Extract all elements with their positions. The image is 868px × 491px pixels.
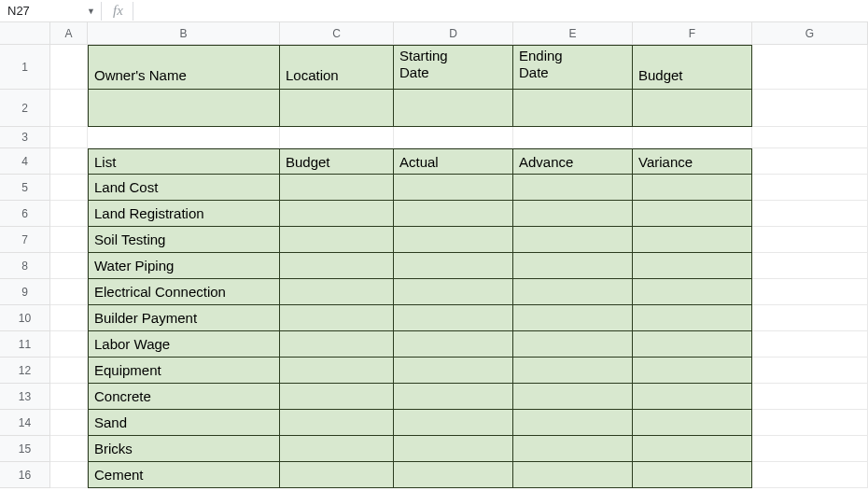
data-cell[interactable] bbox=[513, 410, 633, 436]
cell[interactable] bbox=[633, 127, 752, 148]
row-header[interactable]: 8 bbox=[0, 253, 50, 279]
data-cell[interactable] bbox=[633, 384, 752, 410]
cell[interactable] bbox=[752, 462, 868, 488]
cell[interactable] bbox=[752, 227, 868, 253]
data-cell[interactable] bbox=[394, 436, 513, 462]
cell[interactable] bbox=[50, 305, 88, 331]
row-header[interactable]: 6 bbox=[0, 201, 50, 227]
data-cell[interactable] bbox=[633, 462, 752, 488]
cell[interactable] bbox=[50, 90, 88, 127]
list-item[interactable]: Land Cost bbox=[88, 175, 280, 201]
row-header[interactable]: 3 bbox=[0, 127, 50, 148]
data-cell[interactable] bbox=[280, 279, 394, 305]
header-actual[interactable]: Actual bbox=[394, 148, 513, 175]
data-cell[interactable] bbox=[394, 201, 513, 227]
data-cell[interactable] bbox=[280, 175, 394, 201]
data-cell[interactable] bbox=[280, 462, 394, 488]
input-cell[interactable] bbox=[280, 90, 394, 127]
cell[interactable] bbox=[50, 410, 88, 436]
cell[interactable] bbox=[752, 305, 868, 331]
data-cell[interactable] bbox=[513, 279, 633, 305]
list-item[interactable]: Soil Testing bbox=[88, 227, 280, 253]
row-header[interactable]: 10 bbox=[0, 305, 50, 331]
header-starting-date[interactable]: StartingDate bbox=[394, 45, 513, 90]
header-advance[interactable]: Advance bbox=[513, 148, 633, 175]
cell[interactable] bbox=[50, 384, 88, 410]
input-cell[interactable] bbox=[633, 90, 752, 127]
data-cell[interactable] bbox=[394, 462, 513, 488]
cell[interactable] bbox=[50, 253, 88, 279]
data-cell[interactable] bbox=[513, 201, 633, 227]
cell[interactable] bbox=[88, 127, 280, 148]
data-cell[interactable] bbox=[394, 227, 513, 253]
cell[interactable] bbox=[752, 201, 868, 227]
row-header[interactable]: 9 bbox=[0, 279, 50, 305]
data-cell[interactable] bbox=[280, 227, 394, 253]
header-ending-date[interactable]: EndingDate bbox=[513, 45, 633, 90]
row-header[interactable]: 16 bbox=[0, 462, 50, 488]
row-header[interactable]: 5 bbox=[0, 175, 50, 201]
row-header[interactable]: 11 bbox=[0, 331, 50, 358]
data-cell[interactable] bbox=[513, 436, 633, 462]
header-budget[interactable]: Budget bbox=[633, 45, 752, 90]
cell[interactable] bbox=[50, 148, 88, 175]
row-header[interactable]: 2 bbox=[0, 90, 50, 127]
row-header[interactable]: 13 bbox=[0, 384, 50, 410]
data-cell[interactable] bbox=[280, 253, 394, 279]
data-cell[interactable] bbox=[280, 305, 394, 331]
cell[interactable] bbox=[752, 331, 868, 358]
cell[interactable] bbox=[50, 45, 88, 90]
list-item[interactable]: Equipment bbox=[88, 358, 280, 384]
header-budget-col[interactable]: Budget bbox=[280, 148, 394, 175]
data-cell[interactable] bbox=[394, 331, 513, 358]
cell[interactable] bbox=[513, 127, 633, 148]
data-cell[interactable] bbox=[394, 410, 513, 436]
data-cell[interactable] bbox=[513, 358, 633, 384]
list-item[interactable]: Sand bbox=[88, 410, 280, 436]
row-header[interactable]: 15 bbox=[0, 436, 50, 462]
data-cell[interactable] bbox=[280, 436, 394, 462]
column-header[interactable]: G bbox=[752, 22, 868, 45]
data-cell[interactable] bbox=[280, 201, 394, 227]
data-cell[interactable] bbox=[633, 410, 752, 436]
cell[interactable] bbox=[752, 410, 868, 436]
cell[interactable] bbox=[280, 127, 394, 148]
row-header[interactable]: 1 bbox=[0, 45, 50, 90]
cell[interactable] bbox=[752, 436, 868, 462]
data-cell[interactable] bbox=[633, 331, 752, 358]
header-location[interactable]: Location bbox=[280, 45, 394, 90]
data-cell[interactable] bbox=[513, 462, 633, 488]
cell[interactable] bbox=[50, 331, 88, 358]
data-cell[interactable] bbox=[633, 253, 752, 279]
data-cell[interactable] bbox=[394, 305, 513, 331]
data-cell[interactable] bbox=[513, 175, 633, 201]
cell[interactable] bbox=[50, 279, 88, 305]
cell[interactable] bbox=[50, 227, 88, 253]
column-header[interactable]: F bbox=[633, 22, 752, 45]
input-cell[interactable] bbox=[513, 90, 633, 127]
input-cell[interactable] bbox=[88, 90, 280, 127]
row-header[interactable]: 4 bbox=[0, 148, 50, 175]
cell[interactable] bbox=[752, 279, 868, 305]
cell[interactable] bbox=[752, 384, 868, 410]
column-header[interactable]: C bbox=[280, 22, 394, 45]
data-cell[interactable] bbox=[280, 358, 394, 384]
list-item[interactable]: Concrete bbox=[88, 384, 280, 410]
data-cell[interactable] bbox=[513, 253, 633, 279]
formula-input[interactable] bbox=[141, 1, 868, 21]
data-cell[interactable] bbox=[633, 227, 752, 253]
data-cell[interactable] bbox=[513, 227, 633, 253]
select-all-corner[interactable] bbox=[0, 22, 50, 45]
data-cell[interactable] bbox=[394, 175, 513, 201]
cell[interactable] bbox=[752, 90, 868, 127]
column-header[interactable]: E bbox=[513, 22, 633, 45]
data-cell[interactable] bbox=[633, 305, 752, 331]
data-cell[interactable] bbox=[394, 279, 513, 305]
cell[interactable] bbox=[50, 127, 88, 148]
cell[interactable] bbox=[50, 462, 88, 488]
column-header[interactable]: D bbox=[394, 22, 513, 45]
dropdown-icon[interactable]: ▼ bbox=[87, 7, 95, 16]
header-variance[interactable]: Variance bbox=[633, 148, 752, 175]
data-cell[interactable] bbox=[280, 410, 394, 436]
cell[interactable] bbox=[50, 436, 88, 462]
